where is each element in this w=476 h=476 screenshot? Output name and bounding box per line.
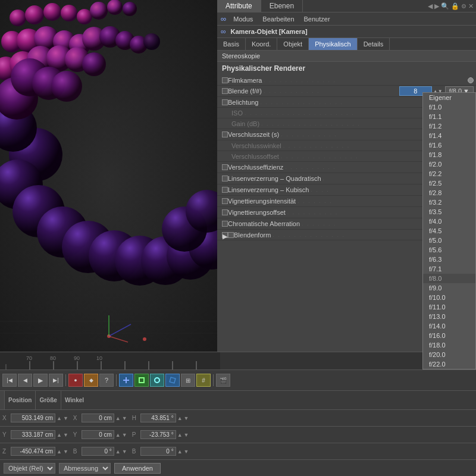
- dropdown-item-f25[interactable]: f/2.5: [423, 178, 475, 188]
- gz-up-arrow[interactable]: ▲: [115, 449, 121, 455]
- nav-right-icon[interactable]: ▶: [434, 2, 439, 10]
- linsenverz-quad-checkbox[interactable]: [222, 176, 228, 181]
- x-position-input[interactable]: [11, 414, 55, 422]
- gx-input[interactable]: [82, 414, 114, 422]
- dropdown-item-f28[interactable]: f/2.8: [423, 188, 475, 198]
- dropdown-item-eigener[interactable]: Eigener: [423, 93, 475, 102]
- btn-record[interactable]: ●: [68, 374, 83, 387]
- btn-snap[interactable]: ⊞: [181, 374, 195, 387]
- tab-physikalisch[interactable]: Physikalisch: [309, 38, 358, 50]
- z-position-input[interactable]: [11, 447, 55, 456]
- settings-icon[interactable]: ⚙: [461, 3, 466, 10]
- dropdown-item-f22[interactable]: f/2.2: [423, 169, 475, 178]
- b-down-arrow[interactable]: ▼: [184, 449, 189, 455]
- dropdown-item-f45[interactable]: f/4.5: [423, 226, 475, 236]
- btn-rotate[interactable]: [150, 374, 164, 387]
- dropdown-item-f110[interactable]: f/11.0: [423, 302, 475, 312]
- gx-up-arrow[interactable]: ▲: [115, 415, 121, 421]
- dropdown-item-f90[interactable]: f/9.0: [423, 283, 475, 293]
- close-icon[interactable]: ✕: [468, 2, 474, 10]
- blende-checkbox[interactable]: [222, 88, 228, 94]
- dropdown-item-f80[interactable]: f/8.0: [423, 274, 475, 283]
- tab-ebenen[interactable]: Ebenen: [261, 0, 303, 12]
- btn-move[interactable]: [119, 374, 133, 387]
- apply-button[interactable]: Anwenden: [114, 463, 161, 474]
- x-down-arrow[interactable]: ▼: [63, 415, 68, 421]
- gz-down-arrow[interactable]: ▼: [122, 449, 127, 455]
- dropdown-item-f32[interactable]: f/3.2: [423, 198, 475, 207]
- btn-transform[interactable]: [165, 374, 180, 387]
- dropdown-item-f14[interactable]: f/1.4: [423, 131, 475, 140]
- btn-prev-frame[interactable]: |◀: [2, 374, 17, 387]
- p-down-arrow[interactable]: ▼: [184, 432, 189, 438]
- vignettierung-off-checkbox[interactable]: [222, 209, 228, 215]
- x-up-arrow[interactable]: ▲: [57, 415, 62, 421]
- h-down-arrow[interactable]: ▼: [184, 415, 189, 421]
- tab-koord[interactable]: Koord.: [246, 38, 277, 50]
- btn-key-record[interactable]: ◆: [84, 374, 98, 387]
- dropdown-item-f63[interactable]: f/6.3: [423, 255, 475, 264]
- dropdown-item-f12[interactable]: f/1.2: [423, 121, 475, 131]
- dropdown-abmessung[interactable]: Abmessung: [59, 463, 111, 474]
- btn-play-back[interactable]: ◀: [18, 374, 32, 387]
- dropdown-item-f100[interactable]: f/10.0: [423, 293, 475, 302]
- dropdown-item-f20[interactable]: f/2.0: [423, 159, 475, 169]
- tab-basis[interactable]: Basis: [217, 38, 246, 50]
- dropdown-item-f180[interactable]: f/18.0: [423, 340, 475, 350]
- dropdown-item-f16[interactable]: f/1.6: [423, 140, 475, 150]
- menu-modus[interactable]: Modus: [231, 15, 255, 23]
- blendenform-checkbox[interactable]: [228, 232, 234, 238]
- btn-play[interactable]: ▶: [33, 374, 48, 387]
- h-up-arrow[interactable]: ▲: [177, 415, 183, 421]
- nav-left-icon[interactable]: ◀: [428, 2, 433, 10]
- p-up-arrow[interactable]: ▲: [177, 432, 183, 438]
- b-input[interactable]: [140, 447, 176, 456]
- y-position-input[interactable]: [11, 430, 55, 439]
- gx-down-arrow[interactable]: ▼: [122, 415, 127, 421]
- dropdown-objekt-rel[interactable]: Objekt (Rel): [4, 463, 55, 474]
- z-up-arrow[interactable]: ▲: [57, 449, 62, 455]
- lock-icon[interactable]: 🔒: [451, 2, 459, 10]
- dropdown-item-f56[interactable]: f/5.6: [423, 245, 475, 255]
- dropdown-item-f11[interactable]: f/1.1: [423, 112, 475, 121]
- dropdown-item-f50[interactable]: f/5.0: [423, 236, 475, 245]
- belichtung-checkbox[interactable]: [222, 99, 228, 105]
- btn-camera[interactable]: 🎬: [216, 374, 230, 387]
- menu-benutzer[interactable]: Benutzer: [302, 15, 333, 23]
- dropdown-item-f140[interactable]: f/14.0: [423, 321, 475, 331]
- btn-help[interactable]: ?: [99, 374, 114, 387]
- filmkamera-toggle[interactable]: [468, 77, 474, 83]
- tab-attribute[interactable]: Attribute: [217, 0, 261, 12]
- dropdown-item-f200[interactable]: f/20.0: [423, 350, 475, 352]
- y-down-arrow[interactable]: ▼: [63, 432, 68, 438]
- tab-details[interactable]: Details: [358, 38, 390, 50]
- btn-scale[interactable]: [134, 374, 149, 387]
- z-down-arrow[interactable]: ▼: [63, 449, 68, 455]
- chromatische-checkbox[interactable]: [222, 221, 228, 227]
- verschlusszeit-checkbox[interactable]: [222, 131, 228, 137]
- b-up-arrow[interactable]: ▲: [177, 449, 183, 455]
- blendenform-arrow[interactable]: ▶: [222, 232, 228, 238]
- dropdown-item-f160[interactable]: f/16.0: [423, 331, 475, 340]
- gz-input[interactable]: [82, 447, 114, 456]
- filmkamera-checkbox[interactable]: [222, 77, 228, 83]
- linsenverz-kub-checkbox[interactable]: [222, 187, 228, 193]
- p-input[interactable]: [140, 430, 176, 439]
- verschlusseffizienz-checkbox[interactable]: [222, 164, 228, 170]
- dropdown-item-f18[interactable]: f/1.8: [423, 150, 475, 159]
- y-up-arrow[interactable]: ▲: [57, 432, 62, 438]
- h-input[interactable]: [140, 414, 176, 422]
- gy-stepper-up[interactable]: ▲: [115, 432, 121, 438]
- dropdown-item-f130[interactable]: f/13.0: [423, 312, 475, 321]
- dropdown-item-f10[interactable]: f/1.0: [423, 102, 475, 112]
- btn-grid[interactable]: #: [196, 374, 211, 387]
- menu-bearbeiten[interactable]: Bearbeiten: [260, 15, 296, 23]
- vignettierung-int-checkbox[interactable]: [222, 198, 228, 204]
- tab-objekt[interactable]: Objekt: [277, 38, 309, 50]
- dropdown-item-f71[interactable]: f/7.1: [423, 264, 475, 274]
- dropdown-item-f40[interactable]: f/4.0: [423, 217, 475, 226]
- btn-next-frame[interactable]: ▶|: [49, 374, 63, 387]
- search-icon[interactable]: 🔍: [441, 2, 449, 10]
- dropdown-item-f35[interactable]: f/3.5: [423, 207, 475, 217]
- gy-input[interactable]: [82, 430, 114, 439]
